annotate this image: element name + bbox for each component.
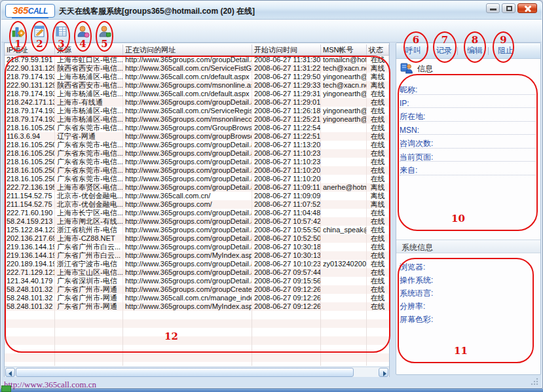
close-button[interactable] (517, 3, 537, 13)
column-header[interactable]: 开始访问时间 (252, 45, 321, 55)
table-row[interactable]: 58.248.101.32 广东省广州市-网通 http://www.365gr… (5, 285, 389, 294)
table-row[interactable]: 219.136.144.199 广东省广州市白云... http://www.3… (5, 243, 389, 251)
cell-time: 2008-06-27 11:29:01 (252, 98, 321, 107)
table-row[interactable]: 218.16.105.250 广东省东莞市-电信... http://www.3… (5, 124, 389, 132)
cell-source: 广东省广州市-网通 (55, 294, 123, 302)
cell-status: 离线 (367, 73, 389, 81)
table-row[interactable]: 121.34.40.179 广东省深圳市-电信 http://www.365gr… (5, 277, 389, 285)
system-field-label: 分辨率: (400, 301, 537, 314)
cell-url: http://www.365groups.com/GroupBrowse_01.… (123, 124, 252, 132)
cell-ip: 218.79.174.193 (5, 73, 55, 81)
records-table-button[interactable] (53, 23, 70, 40)
cell-ip: 218.79.174.193 (5, 115, 55, 124)
status-url-link[interactable]: http://www.365call.com.cn (4, 380, 96, 389)
table-row[interactable]: 218.79.174.193 上海市杨浦区-电信... http://www.3… (5, 115, 389, 124)
column-header[interactable]: 来源 (55, 45, 123, 55)
statistics-settings-button[interactable] (10, 23, 27, 40)
table-row[interactable]: 218.16.105.250 广东省东莞市-电信... http://www.3… (5, 175, 389, 183)
table-row[interactable]: 218.79.174.193 上海市杨浦区-电信... http://www.3… (5, 73, 389, 81)
cell-source: 北京市-优创金融电... (55, 192, 123, 200)
info-field[interactable]: 昵称: (400, 81, 537, 95)
table-row[interactable]: 58.248.101.32 广东省广州市-网通 http://www.365gr… (5, 302, 389, 311)
info-section-header: 信息 (396, 60, 540, 77)
cell-time: 2008-06-27 11:22:54 (252, 124, 321, 132)
cell-msn: yingonearth@liv... (321, 115, 367, 124)
cell-source: 广东省东莞市-电信... (55, 141, 123, 149)
table-row[interactable]: 211.154.52.75 北京市-优创金融电... http://www.36… (5, 200, 389, 209)
column-header[interactable]: IP地址 (5, 45, 55, 55)
horizontal-scrollbar[interactable] (5, 366, 389, 377)
cell-source: 上海市-有线通 (55, 98, 123, 107)
column-header[interactable]: MSN帐号 (321, 45, 367, 55)
table-row[interactable]: 202.136.217.69 上海市-CZ88.NET http://www.3… (5, 234, 389, 243)
cell-status: 在线 (367, 234, 389, 243)
table-row[interactable]: 218.242.171.130 上海市-有线通 http://www.365gr… (5, 98, 389, 107)
table-row[interactable]: 218.16.105.250 广东省东莞市-电信... http://www.3… (5, 158, 389, 166)
cell-ip: 218.16.105.250 (5, 158, 55, 166)
title-bar[interactable]: 365CALL 天天在线客服系统[groups365@hotmail.com (… (1, 1, 542, 20)
scroll-left-arrow-icon (9, 371, 12, 376)
info-field[interactable]: 当前页面: (400, 149, 537, 162)
call-button[interactable]: 呼叫 (400, 45, 426, 56)
table-row[interactable]: 218.16.105.250 广东省东莞市-电信... http://www.3… (5, 166, 389, 175)
cell-ip: 222.90.131.129 (5, 81, 55, 90)
scroll-right-button[interactable] (379, 368, 388, 377)
scroll-left-button[interactable] (5, 368, 15, 377)
table-row[interactable]: 222.71.129.121 上海市宝山区-电信... http://www.3… (5, 268, 389, 277)
info-field[interactable]: IP: (400, 95, 537, 109)
table-row[interactable]: 220.189.194.198 浙江省宁波市-电信 http://www.365… (5, 260, 389, 268)
scrollbar-thumb[interactable] (16, 368, 354, 377)
table-row[interactable]: 222.90.131.129 陕西省西安市-电信... http://www.3… (5, 64, 389, 73)
table-body[interactable]: 218.79.59.191 上海市虹口区-电信... http://www.36… (5, 56, 389, 366)
table-row[interactable]: 58.24.159.213 上海市闸北区-有线... http://www.36… (5, 217, 389, 226)
cell-msn (321, 277, 367, 285)
table-row[interactable]: 116.3.6.94 辽宁省-网通 http://www.365groups.c… (5, 132, 389, 141)
user-invite-button[interactable] (96, 23, 113, 40)
cell-source: 浙江省杭州市-电信 (55, 226, 123, 234)
cell-url: http://www.365groups.com/ (123, 200, 252, 209)
block-button[interactable]: 阻止 (493, 45, 519, 56)
minimize-button[interactable] (486, 3, 500, 13)
action-bar: 呼叫 记录 编辑 阻止 (396, 43, 540, 59)
table-row[interactable]: 218.16.105.250 广东省东莞市-电信... http://www.3… (5, 141, 389, 149)
cell-msn: yingonearth@liv... (321, 90, 367, 98)
person-info-icon (400, 62, 413, 75)
action-divider (488, 47, 489, 55)
column-header[interactable]: 正在访问的网址 (123, 45, 252, 55)
edit-note-button[interactable] (31, 23, 48, 40)
records-button[interactable]: 记录 (431, 45, 457, 56)
resize-grip[interactable] (531, 378, 538, 385)
cell-url: http://www.365groups.com/groupDetail.asp… (123, 98, 252, 107)
info-field[interactable]: 咨询次数: (400, 135, 537, 149)
system-field-label: 屏幕色彩: (400, 314, 537, 327)
cell-url: http://www.365groups.com/groupDetail.asp… (123, 141, 252, 149)
cell-msn (321, 200, 367, 209)
action-divider (426, 47, 427, 55)
table-row[interactable]: 58.248.101.32 广东省广州市-网通 http://www.365ca… (5, 294, 389, 302)
cell-time: 2008-06-27 11:10:23 (252, 158, 321, 166)
cell-url: http://www.365groups.com/groupDetail.asp… (123, 243, 252, 251)
table-row[interactable]: 218.79.59.191 上海市虹口区-电信... http://www.36… (5, 56, 389, 64)
info-field[interactable]: 所在地: (400, 108, 537, 122)
column-header[interactable]: 状态 (367, 45, 389, 55)
user-status-button[interactable] (75, 23, 92, 40)
table-row[interactable]: 218.79.174.193 上海市杨浦区-电信... http://www.3… (5, 107, 389, 115)
cell-time: 2008-06-27 11:31:22 (252, 64, 321, 73)
maximize-button[interactable] (502, 3, 515, 13)
cell-source: 广东省东莞市-电信... (55, 158, 123, 166)
cell-time: 2008-06-27 11:10:20 (252, 175, 321, 183)
table-row[interactable]: 125.122.84.123 浙江省杭州市-电信 http://www.365g… (5, 226, 389, 234)
table-row[interactable]: 222.90.131.129 陕西省西安市-电信... http://www.3… (5, 81, 389, 90)
table-row[interactable]: 211.154.52.75 北京市-优创金融电... http://www.36… (5, 192, 389, 200)
table-row[interactable]: 219.136.144.199 广东省广州市白云... http://www.3… (5, 251, 389, 260)
table-row[interactable]: 218.79.174.193 上海市杨浦区-电信... http://www.3… (5, 90, 389, 98)
table-row[interactable]: 222.71.60.190 上海市长宁区-电信... http://www.36… (5, 209, 389, 217)
table-row[interactable]: 218.16.105.250 广东省东莞市-电信... http://www.3… (5, 149, 389, 158)
edit-button[interactable]: 编辑 (462, 45, 488, 56)
cell-time: 2008-06-27 11:04:48 (252, 209, 321, 217)
info-field[interactable]: 来自: (400, 162, 537, 175)
cell-ip: 219.136.144.199 (5, 243, 55, 251)
cell-url: http://www.365groups.com/groupBrowse.asp… (123, 132, 252, 141)
info-field[interactable]: MSN: (400, 122, 537, 135)
table-row[interactable]: 222.72.136.195 上海市奉贤区-电信... http://www.3… (5, 183, 389, 192)
